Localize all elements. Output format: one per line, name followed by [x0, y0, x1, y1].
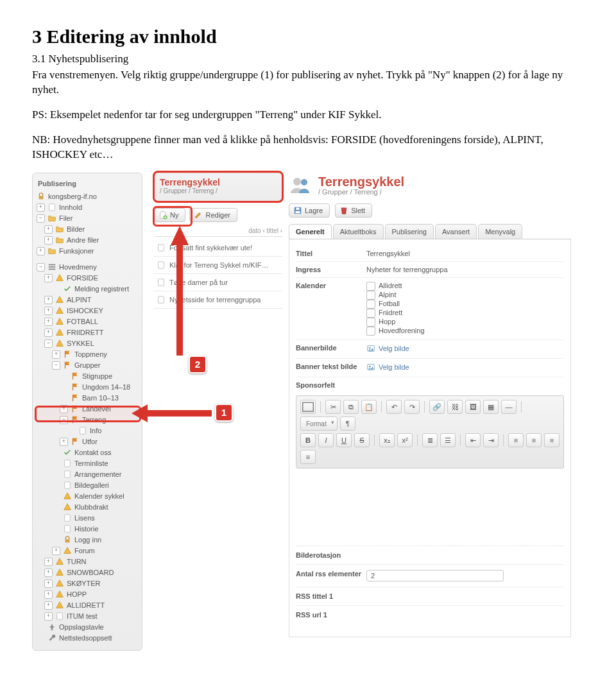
tree-filer[interactable]: − Filer: [33, 213, 142, 224]
paste-button[interactable]: 📋: [361, 400, 377, 414]
news-item[interactable]: Fortsatt fint sykkelvær ute!: [154, 239, 282, 257]
tree-landevei[interactable]: +Landevei: [33, 404, 142, 415]
hr-button[interactable]: —: [501, 400, 517, 414]
delete-button[interactable]: Slett: [335, 203, 372, 218]
align-left-button[interactable]: ≡: [508, 433, 524, 447]
tree-terreng[interactable]: −Terreng: [33, 415, 142, 425]
tree-hopp[interactable]: +HOPP: [33, 589, 142, 600]
italic-button[interactable]: I: [318, 433, 334, 447]
ul-button[interactable]: ☰: [440, 433, 456, 447]
tree-info[interactable]: Info: [33, 425, 142, 436]
tree-ishockey[interactable]: +ISHOCKEY: [33, 305, 142, 316]
choose-image-link[interactable]: Velg bilde: [366, 363, 409, 372]
link-button[interactable]: 🔗: [429, 400, 445, 414]
tree-utfor[interactable]: +Utfor: [33, 436, 142, 447]
rss-count-input[interactable]: 2: [366, 570, 504, 581]
tree-fotball[interactable]: +FOTBALL: [33, 316, 142, 327]
tree-melding[interactable]: Melding registrert: [33, 284, 142, 295]
sort-bar[interactable]: dato ‹ tittel ‹: [154, 227, 282, 237]
row-ingress: Ingress Nyheter for terrenggruppa: [296, 262, 564, 278]
news-item[interactable]: Tøffe damer på tur: [154, 274, 282, 291]
tab-aktueltboks[interactable]: Aktueltboks: [333, 224, 384, 239]
tree-forum[interactable]: +Forum: [33, 546, 142, 556]
edit-button[interactable]: Rediger: [189, 208, 237, 222]
checkbox-option[interactable]: Allidrett: [366, 282, 564, 291]
underline-button[interactable]: U: [336, 433, 352, 447]
tree-turn[interactable]: +TURN: [33, 556, 142, 567]
table-button[interactable]: ▦: [483, 400, 499, 414]
tree-barn[interactable]: Barn 10–13: [33, 393, 142, 404]
tree-itum[interactable]: +ITUM test: [33, 611, 142, 622]
collapse-toggle[interactable]: −: [37, 214, 45, 223]
warning-icon: [63, 492, 72, 501]
expand-toggle[interactable]: +: [37, 203, 45, 212]
news-item[interactable]: Klar for Terreng Sykkel m/KIF…: [154, 257, 282, 274]
toolbar-middle: Ny Rediger: [154, 208, 282, 222]
tree-root[interactable]: kongsberg-if.no: [33, 191, 142, 202]
subscript-button[interactable]: x₂: [379, 433, 395, 447]
tittel-value[interactable]: Terrengsykkel: [366, 250, 564, 257]
tree-andre-filer[interactable]: + Andre filer: [33, 235, 142, 246]
superscript-button[interactable]: x²: [397, 433, 413, 447]
tree-alpint[interactable]: +ALPINT: [33, 295, 142, 305]
tab-generelt[interactable]: Generelt: [289, 224, 332, 239]
checkbox-option[interactable]: Friidrett: [366, 309, 564, 318]
strike-button[interactable]: S: [354, 433, 370, 447]
pencil-icon: [194, 211, 203, 219]
save-button[interactable]: Lagre: [289, 203, 330, 218]
tree-ungdom[interactable]: Ungdom 14–18: [33, 382, 142, 393]
cut-button[interactable]: ✂: [325, 400, 341, 414]
bold-button[interactable]: B: [300, 433, 316, 447]
tree-kontakt[interactable]: Kontakt oss: [33, 447, 142, 458]
tree-sykkel[interactable]: −SYKKEL: [33, 338, 142, 349]
tree-forside[interactable]: + FORSIDE: [33, 273, 142, 284]
style-button[interactable]: ¶: [340, 417, 355, 431]
checkbox-option[interactable]: Alpint: [366, 291, 564, 300]
ol-button[interactable]: ≣: [422, 433, 438, 447]
tree-skoyter[interactable]: +SKØYTER: [33, 578, 142, 589]
checkbox-option[interactable]: Fotball: [366, 300, 564, 309]
image-button[interactable]: 🖼: [465, 400, 481, 414]
tree-friidrett[interactable]: +FRIIDRETT: [33, 327, 142, 338]
outdent-button[interactable]: ⇤: [465, 433, 481, 447]
paragraph-2: PS: Eksempelet nedenfor tar for seg unde…: [32, 108, 584, 123]
tree-hovedmeny[interactable]: − Hovedmeny: [33, 262, 142, 273]
tree-lisens[interactable]: Lisens: [33, 513, 142, 524]
justify-button[interactable]: ≡: [300, 450, 316, 464]
tree-snowboard[interactable]: +SNOWBOARD: [33, 567, 142, 578]
tree-innhold[interactable]: + Innhold: [33, 202, 142, 213]
tree-grupper[interactable]: −Grupper: [33, 360, 142, 371]
tree-funksjoner[interactable]: + Funksjoner: [33, 246, 142, 257]
tree-terminliste[interactable]: Terminliste: [33, 458, 142, 469]
tab-menyvalg[interactable]: Menyvalg: [478, 224, 522, 239]
choose-image-link[interactable]: Velg bilde: [366, 344, 409, 353]
checkbox-option[interactable]: Hopp: [366, 318, 564, 327]
align-right-button[interactable]: ≡: [544, 433, 560, 447]
tab-publisering[interactable]: Publisering: [385, 224, 434, 239]
tab-avansert[interactable]: Avansert: [435, 224, 477, 239]
tree-logginn[interactable]: Logg inn: [33, 535, 142, 546]
new-button[interactable]: Ny: [154, 208, 185, 222]
redo-button[interactable]: ↷: [404, 400, 420, 414]
undo-button[interactable]: ↶: [386, 400, 402, 414]
unlink-button[interactable]: ⛓: [447, 400, 463, 414]
tree-klubbdrakt[interactable]: Klubbdrakt: [33, 502, 142, 513]
align-center-button[interactable]: ≡: [526, 433, 542, 447]
tree-toppmeny[interactable]: +Toppmeny: [33, 349, 142, 360]
indent-button[interactable]: ⇥: [483, 433, 499, 447]
tree-oppslag[interactable]: Oppslagstavle: [33, 622, 142, 633]
ingress-value[interactable]: Nyheter for terrenggruppa: [366, 266, 564, 273]
copy-button[interactable]: ⧉: [343, 400, 359, 414]
checkbox-option[interactable]: Hovedforening: [366, 327, 564, 336]
source-button[interactable]: [300, 400, 316, 414]
tree-nettsted[interactable]: Nettstedsoppsett: [33, 633, 142, 644]
tree-stigruppe[interactable]: Stigruppe: [33, 371, 142, 382]
tree-bildegalleri[interactable]: Bildegalleri: [33, 480, 142, 491]
format-select[interactable]: Format: [300, 417, 338, 431]
tree-kalender[interactable]: Kalender sykkel: [33, 491, 142, 502]
tree-arrangementer[interactable]: Arrangementer: [33, 469, 142, 480]
tree-historie[interactable]: Historie: [33, 524, 142, 535]
tree-bilder[interactable]: + Bilder: [33, 224, 142, 235]
tree-allidrett[interactable]: +ALLIDRETT: [33, 600, 142, 611]
news-item[interactable]: Nyhetsside for terrenggruppa: [154, 291, 282, 309]
